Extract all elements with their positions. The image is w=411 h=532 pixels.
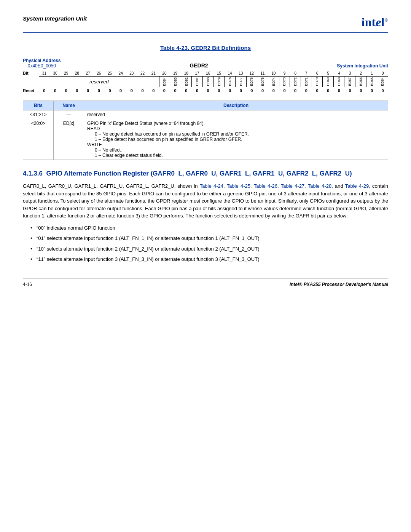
- desc-line: reserved: [87, 112, 385, 117]
- bit-number: 6: [312, 71, 323, 75]
- phys-addr-label: Physical Address 0x40E0_0050: [23, 58, 61, 69]
- reset-value: 0: [93, 88, 104, 93]
- bit-number: 19: [170, 71, 181, 75]
- footer-page-number: 4-16: [23, 282, 32, 287]
- ed-label: ED84: [162, 77, 166, 86]
- reset-value: 0: [192, 88, 203, 93]
- ed-label: ED78: [228, 77, 232, 86]
- ed-label: ED67: [348, 77, 352, 86]
- reset-value: 0: [115, 88, 126, 93]
- ed-label: ED76: [250, 77, 253, 86]
- reset-value: 0: [148, 88, 159, 93]
- bit-number: 3: [344, 71, 355, 75]
- bullet-list: “00” indicates normal GPIO function“01” …: [30, 224, 388, 263]
- bit-numbers-row: Bit 313029282726252423222120191817161514…: [23, 71, 388, 75]
- bit-number: 7: [301, 71, 312, 75]
- register-diagram: Physical Address 0x40E0_0050 GEDR2 Syste…: [23, 58, 388, 93]
- reset-value: 0: [246, 88, 257, 93]
- reset-value: 0: [323, 88, 334, 93]
- table-header-row: Bits Name Description: [23, 101, 388, 110]
- bit-number: 22: [137, 71, 148, 75]
- ed-cell: ED78: [225, 77, 236, 87]
- bit-number: 23: [126, 71, 137, 75]
- ed-label: ED73: [282, 77, 286, 86]
- ed-cell: ED79: [214, 77, 225, 87]
- reset-value: 0: [279, 88, 290, 93]
- ed-cell: ED72: [290, 77, 301, 87]
- col-description: Description: [84, 101, 388, 110]
- bit-number: 29: [61, 71, 72, 75]
- definition-table: Bits Name Description <31:21>—reserved<2…: [23, 101, 388, 160]
- reset-value: 0: [50, 88, 61, 93]
- reset-value: 0: [72, 88, 83, 93]
- section-heading: 4.1.3.6 GPIO Alternate Function Register…: [23, 169, 388, 178]
- reset-values: 00000000000000000000000000000000: [39, 88, 388, 93]
- reset-value: 0: [39, 88, 50, 93]
- bit-number: 17: [192, 71, 203, 75]
- ed-label: ED71: [304, 77, 308, 86]
- ed-label: ED79: [217, 77, 221, 86]
- bit-number: 10: [268, 71, 279, 75]
- link-table-4-26[interactable]: Table 4-26: [254, 183, 277, 189]
- desc-line: READ: [87, 126, 385, 131]
- reset-value: 0: [301, 88, 312, 93]
- reset-value: 0: [290, 88, 301, 93]
- cell-name: —: [54, 110, 84, 119]
- ed-label: ED69: [326, 77, 330, 86]
- register-grid: reserved ED84ED83ED82ED81ED80ED79ED78ED7…: [39, 76, 388, 87]
- list-item: “11” selects alternate input function 3 …: [30, 256, 388, 263]
- logo-registered: ®: [384, 17, 388, 23]
- bit-number: 12: [246, 71, 257, 75]
- reset-value: 0: [104, 88, 115, 93]
- bit-number: 15: [213, 71, 225, 75]
- link-table-4-29[interactable]: Table 4-29: [345, 183, 369, 189]
- reset-value: 0: [225, 88, 236, 93]
- table-title: Table 4-23. GEDR2 Bit Definitions: [23, 45, 388, 51]
- ed-cell: ED82: [181, 77, 192, 87]
- bit-number: 4: [334, 71, 345, 75]
- table-row: <20:0>ED[x]GPIO Pin 'x' Edge Detect Stat…: [23, 119, 388, 160]
- body-paragraph: GAFR0_L, GAFR0_U, GAFR1_L, GAFR1_U, GAFR…: [23, 182, 388, 220]
- ed-label: ED65: [370, 77, 374, 86]
- bit-number: 8: [290, 71, 301, 75]
- ed-cell: ED69: [323, 77, 334, 87]
- ed-cell: ED65: [366, 77, 378, 87]
- link-table-4-24[interactable]: Table 4-24: [200, 183, 223, 189]
- cell-bits: <20:0>: [23, 119, 54, 160]
- col-name: Name: [54, 101, 84, 110]
- reset-value: 0: [377, 88, 388, 93]
- desc-line: 0 – No edge detect has occurred on pin a…: [95, 131, 385, 137]
- bit-number: 2: [355, 71, 366, 75]
- table-row: <31:21>—reserved: [23, 110, 388, 119]
- ed-cells: ED84ED83ED82ED81ED80ED79ED78ED77ED76ED75…: [159, 77, 388, 87]
- reset-value: 0: [344, 88, 355, 93]
- reset-row: Reset 00000000000000000000000000000000: [23, 88, 388, 93]
- list-item: “01” selects alternate input function 1 …: [30, 235, 388, 242]
- reset-value: 0: [202, 88, 213, 93]
- bit-number: 18: [181, 71, 192, 75]
- ed-cell: ED80: [203, 77, 214, 87]
- bit-number: 5: [323, 71, 334, 75]
- bit-number: 31: [39, 71, 50, 75]
- col-bits: Bits: [23, 101, 54, 110]
- ed-label: ED82: [185, 77, 188, 86]
- reset-value: 0: [137, 88, 148, 93]
- bit-number: 20: [159, 71, 170, 75]
- bit-number: 26: [93, 71, 104, 75]
- ed-cell: ED67: [344, 77, 355, 87]
- reset-value: 0: [334, 88, 345, 93]
- ed-cell: ED75: [257, 77, 268, 87]
- reset-value: 0: [159, 88, 170, 93]
- link-table-4-25[interactable]: Table 4-25: [227, 183, 250, 189]
- bit-number: 24: [115, 71, 126, 75]
- footer-doc-title: Intel® PXA255 Processor Developer's Manu…: [290, 282, 388, 287]
- page-header: System Integration Unit intel®: [23, 15, 388, 33]
- reset-value: 0: [235, 88, 246, 93]
- ed-label: ED77: [239, 77, 243, 86]
- link-table-4-28[interactable]: Table 4-28: [308, 183, 331, 189]
- list-item: “10” selects alternate input function 2 …: [30, 245, 388, 253]
- cell-description: reserved: [84, 110, 388, 119]
- link-table-4-27[interactable]: Table 4-27: [281, 183, 304, 189]
- ed-cell: ED77: [236, 77, 247, 87]
- reset-value: 0: [126, 88, 137, 93]
